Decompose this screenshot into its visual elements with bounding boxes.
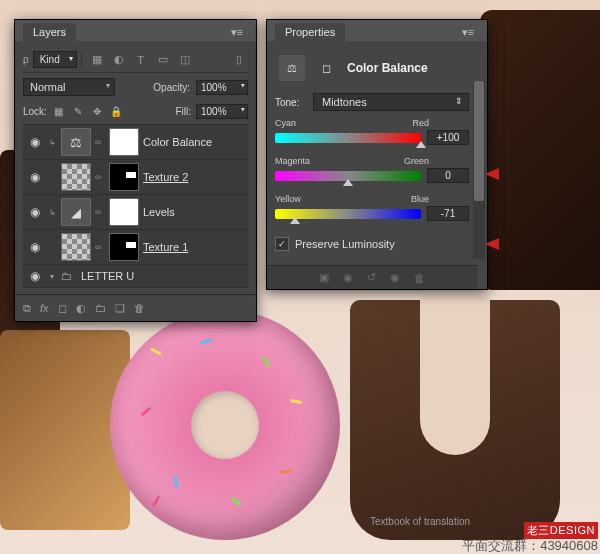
layer-group-row[interactable]: ◉ ▾ 🗀 LETTER U [23,265,248,288]
watermark-textbook: Textbook of translation [370,516,470,527]
layer-name-label[interactable]: Texture 1 [143,241,188,253]
new-layer-icon[interactable]: ❏ [115,302,125,315]
balance-icon: ⚖︎ [279,55,305,81]
mask-thumb[interactable] [109,128,139,156]
properties-tab[interactable]: Properties [275,23,345,41]
blend-mode-dropdown[interactable]: Normal [23,78,115,96]
callout-arrow-icon [485,168,499,180]
visibility-icon[interactable]: ◉ [27,170,43,184]
clip-indicator-icon: ↳ [47,208,57,217]
clip-indicator-icon: ↳ [47,138,57,147]
slider-yellow-blue: Yellow Blue -71 [275,191,469,229]
panel-menu-icon[interactable]: ▾≡ [457,24,479,41]
watermark-qq: 平面交流群：43940608 [462,537,598,554]
layer-filter-row: ρ Kind ▦ ◐ T ▭ ◫ ▯ [23,47,248,73]
lock-pixels-icon[interactable]: ✎ [71,105,85,119]
layer-row[interactable]: ◉ ↳ ⚖︎ ∞ Color Balance [23,125,248,160]
link-icon: ∞ [95,242,105,252]
link-icon: ∞ [95,137,105,147]
magenta-green-value[interactable]: 0 [427,168,469,183]
mask-icon[interactable]: ◻ [58,302,67,315]
filter-toggle-icon[interactable]: ▯ [230,52,248,68]
yellow-blue-slider[interactable] [275,209,421,219]
layers-footer: ⧉ fx ◻ ◐ 🗀 ❏ 🗑 [15,294,256,321]
properties-footer: ▣ ◉ ↺ ◉ 🗑 [267,265,477,289]
letter-u-image [350,300,560,540]
adjustment-icon[interactable]: ◐ [76,302,86,315]
reset-icon[interactable]: ↺ [367,271,376,284]
layers-tab[interactable]: Layers [23,23,76,41]
donut-image [110,310,340,540]
magenta-label: Magenta [275,156,310,166]
filter-smart-icon[interactable]: ◫ [176,52,194,68]
cyan-red-slider[interactable] [275,133,421,143]
filter-kind-dropdown[interactable]: Kind [33,51,77,68]
lock-transparency-icon[interactable]: ▦ [52,105,66,119]
adjustment-thumb[interactable]: ◢ [61,198,91,226]
fill-label: Fill: [175,106,191,117]
layer-row[interactable]: ◉ ∞ Texture 2 [23,160,248,195]
layer-list: ◉ ↳ ⚖︎ ∞ Color Balance ◉ ∞ Texture 2 ◉ ↳… [23,125,248,288]
lock-all-icon[interactable]: 🔒 [109,105,123,119]
preserve-luminosity-checkbox[interactable]: ✓ [275,237,289,251]
filter-pixel-icon[interactable]: ▦ [81,52,106,68]
panel-menu-icon[interactable]: ▾≡ [226,24,248,41]
delete-icon[interactable]: 🗑 [414,272,425,284]
link-icon: ∞ [95,172,105,182]
layers-panel-header[interactable]: Layers ▾≡ [15,20,256,41]
lock-label: Lock: [23,106,47,117]
link-layers-icon[interactable]: ⧉ [23,302,31,315]
mask-mode-icon[interactable]: ◻ [313,55,339,81]
filter-type-icon[interactable]: T [132,52,150,68]
visibility-icon[interactable]: ◉ [27,205,43,219]
yellow-label: Yellow [275,194,301,204]
yellow-blue-value[interactable]: -71 [427,206,469,221]
green-label: Green [404,156,429,166]
mask-thumb[interactable] [109,163,139,191]
layers-panel: Layers ▾≡ ρ Kind ▦ ◐ T ▭ ◫ ▯ Normal Opac… [14,19,257,322]
fx-icon[interactable]: fx [40,302,49,314]
tone-label: Tone: [275,97,305,108]
clip-to-layer-icon[interactable]: ▣ [319,271,329,284]
layer-name-label[interactable]: Texture 2 [143,171,188,183]
magenta-green-slider[interactable] [275,171,421,181]
slider-cyan-red: Cyan Red +100 [275,115,469,153]
cyan-red-value[interactable]: +100 [427,130,469,145]
blue-label: Blue [411,194,429,204]
layer-name-label[interactable]: LETTER U [81,270,134,282]
folder-icon: 🗀 [61,270,77,282]
red-label: Red [412,118,429,128]
tone-dropdown[interactable]: Midtones [313,93,469,111]
group-icon[interactable]: 🗀 [95,302,106,314]
filter-shape-icon[interactable]: ▭ [154,52,172,68]
layer-name-label[interactable]: Levels [143,206,175,218]
visibility-icon[interactable]: ◉ [27,269,43,283]
filter-adjust-icon[interactable]: ◐ [110,52,128,68]
layer-thumb[interactable] [61,163,91,191]
scrollbar[interactable] [473,81,485,259]
layer-row[interactable]: ◉ ∞ Texture 1 [23,230,248,265]
mask-thumb[interactable] [109,198,139,226]
lock-position-icon[interactable]: ✥ [90,105,104,119]
fill-field[interactable]: 100% [196,104,248,119]
view-previous-icon[interactable]: ◉ [343,271,353,284]
adjustment-thumb[interactable]: ⚖︎ [61,128,91,156]
layer-row[interactable]: ◉ ↳ ◢ ∞ Levels [23,195,248,230]
opacity-field[interactable]: 100% [196,80,248,95]
expand-icon[interactable]: ▾ [47,272,57,281]
properties-panel-header[interactable]: Properties ▾≡ [267,20,487,41]
adjustment-title: Color Balance [347,61,428,75]
layer-thumb[interactable] [61,233,91,261]
layer-name-label[interactable]: Color Balance [143,136,212,148]
link-icon: ∞ [95,207,105,217]
delete-icon[interactable]: 🗑 [134,302,145,314]
opacity-label: Opacity: [153,82,190,93]
slider-magenta-green: Magenta Green 0 [275,153,469,191]
visibility-icon[interactable]: ◉ [27,240,43,254]
cyan-label: Cyan [275,118,296,128]
toggle-visibility-icon[interactable]: ◉ [390,271,400,284]
visibility-icon[interactable]: ◉ [27,135,43,149]
search-icon: ρ [23,54,29,65]
properties-panel: Properties ▾≡ ⚖︎ ◻ Color Balance Tone: M… [266,19,488,290]
mask-thumb[interactable] [109,233,139,261]
